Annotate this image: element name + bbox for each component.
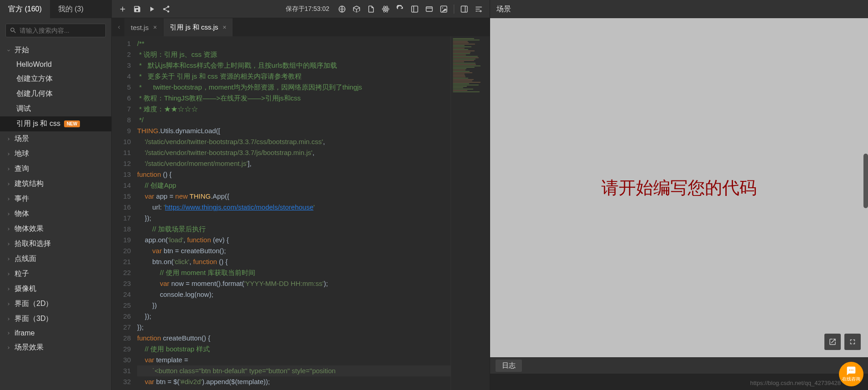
svg-point-1: [385, 8, 387, 10]
svg-rect-11: [461, 6, 467, 12]
settings-icon[interactable]: [471, 2, 486, 16]
panel-icon[interactable]: [457, 2, 471, 16]
chevron-icon: [5, 271, 12, 277]
scene-header: 场景: [490, 0, 868, 18]
sidebar-tab[interactable]: 官方 (160): [0, 0, 50, 18]
minimap[interactable]: [451, 36, 490, 390]
tree-item[interactable]: 引用 js 和 cssNEW: [0, 116, 111, 131]
chat-icon: [846, 366, 856, 376]
sidebar-tab[interactable]: 我的 (3): [50, 0, 92, 18]
log-bar: 日志: [490, 357, 868, 374]
scene-scrollbar[interactable]: [863, 154, 868, 208]
tree-group[interactable]: 开始: [0, 43, 111, 58]
scene-message: 请开始编写您的代码: [601, 176, 757, 200]
new-badge: NEW: [64, 120, 80, 127]
close-icon[interactable]: ×: [223, 24, 226, 31]
tree-item[interactable]: 创建立方体: [0, 71, 111, 86]
chevron-icon: [5, 47, 12, 54]
save-time-label: 保存于17:53:02: [286, 5, 330, 13]
tree-group[interactable]: 点线面: [0, 251, 111, 266]
tree: 开始HelloWorld创建立方体创建几何体调试引用 js 和 cssNEW场景…: [0, 41, 111, 390]
close-icon[interactable]: ×: [153, 24, 157, 31]
chevron-icon: [5, 256, 12, 262]
tree-group[interactable]: 场景效果: [0, 340, 111, 355]
chevron-icon: [5, 316, 12, 322]
chevron-icon: [5, 181, 12, 187]
svg-point-10: [442, 7, 443, 8]
tree-item[interactable]: 调试: [0, 101, 111, 116]
sidebar: 官方 (160)我的 (3) 开始HelloWorld创建立方体创建几何体调试引…: [0, 0, 112, 390]
chevron-icon: [5, 211, 12, 217]
chevron-icon: [5, 166, 12, 172]
chevron-icon: [5, 136, 12, 142]
chevron-icon: [5, 330, 12, 336]
svg-point-17: [851, 370, 852, 370]
chevron-icon: [5, 241, 12, 247]
gutter: 1234567891011121314151617181920212223242…: [112, 36, 137, 390]
new-button[interactable]: [115, 2, 130, 16]
tree-group[interactable]: 物体效果: [0, 221, 111, 236]
tree-group[interactable]: 摄像机: [0, 281, 111, 296]
sidebar-tabs: 官方 (160)我的 (3): [0, 0, 111, 18]
search-input[interactable]: [20, 27, 102, 34]
search-icon: [10, 27, 17, 34]
save-button[interactable]: [130, 2, 144, 16]
chevron-icon: [5, 226, 12, 232]
layout-icon[interactable]: [407, 2, 422, 16]
code[interactable]: /** * 说明：引用 js、css 资源 * 默认js脚本和css样式会带上时…: [137, 36, 451, 390]
chevron-icon: [5, 345, 12, 351]
tree-group[interactable]: 物体: [0, 206, 111, 221]
tree-group[interactable]: 查询: [0, 161, 111, 176]
run-button[interactable]: [144, 2, 159, 16]
scene-view[interactable]: 请开始编写您的代码: [490, 18, 868, 357]
tab-prev-icon[interactable]: [114, 22, 124, 33]
footer-link[interactable]: https://blog.csdn.net/qq_42739428: [750, 380, 841, 386]
log-tab[interactable]: 日志: [496, 360, 522, 372]
cube-icon[interactable]: [349, 2, 364, 16]
svg-rect-7: [426, 6, 432, 11]
popout-icon[interactable]: [824, 334, 841, 350]
refresh-icon[interactable]: [393, 2, 407, 16]
window-icon[interactable]: [422, 2, 436, 16]
tree-group[interactable]: 界面（2D）: [0, 296, 111, 311]
atom-icon[interactable]: [378, 2, 393, 16]
svg-rect-5: [412, 6, 418, 12]
chevron-icon: [5, 286, 12, 292]
svg-point-18: [853, 370, 853, 370]
tree-group[interactable]: 界面（3D）: [0, 311, 111, 326]
chat-bubble[interactable]: 在线咨询: [839, 362, 863, 386]
chevron-icon: [5, 196, 12, 202]
tree-item[interactable]: HelloWorld: [0, 58, 111, 71]
svg-point-16: [849, 370, 850, 370]
tree-group[interactable]: 场景: [0, 131, 111, 146]
editor-tab[interactable]: test.js×: [124, 18, 163, 36]
tree-group[interactable]: 拾取和选择: [0, 236, 111, 251]
image-icon[interactable]: [436, 2, 451, 16]
right-panel: 场景 请开始编写您的代码 日志 https://blog.csdn.net/qq…: [490, 0, 868, 390]
doc-icon[interactable]: [364, 2, 378, 16]
fullscreen-icon[interactable]: [844, 334, 861, 350]
chevron-icon: [5, 301, 12, 307]
main-panel: 保存于17:53:02 test.js×引用 js 和 css.js× 1234…: [112, 0, 490, 390]
editor-tab[interactable]: 引用 js 和 css.js×: [164, 18, 233, 36]
tree-group[interactable]: 事件: [0, 191, 111, 206]
editor-tabs: test.js×引用 js 和 css.js×: [112, 18, 490, 36]
editor-area[interactable]: 1234567891011121314151617181920212223242…: [112, 36, 490, 390]
tree-group[interactable]: 地球: [0, 146, 111, 161]
globe-icon[interactable]: [335, 2, 349, 16]
tree-item[interactable]: 创建几何体: [0, 86, 111, 101]
tree-group[interactable]: 建筑结构: [0, 176, 111, 191]
tree-group[interactable]: 粒子: [0, 266, 111, 281]
share-button[interactable]: [159, 2, 174, 16]
chevron-icon: [5, 151, 12, 157]
toolbar: 保存于17:53:02: [112, 0, 490, 18]
search-box[interactable]: [5, 24, 106, 37]
tree-group[interactable]: iframe: [0, 326, 111, 340]
